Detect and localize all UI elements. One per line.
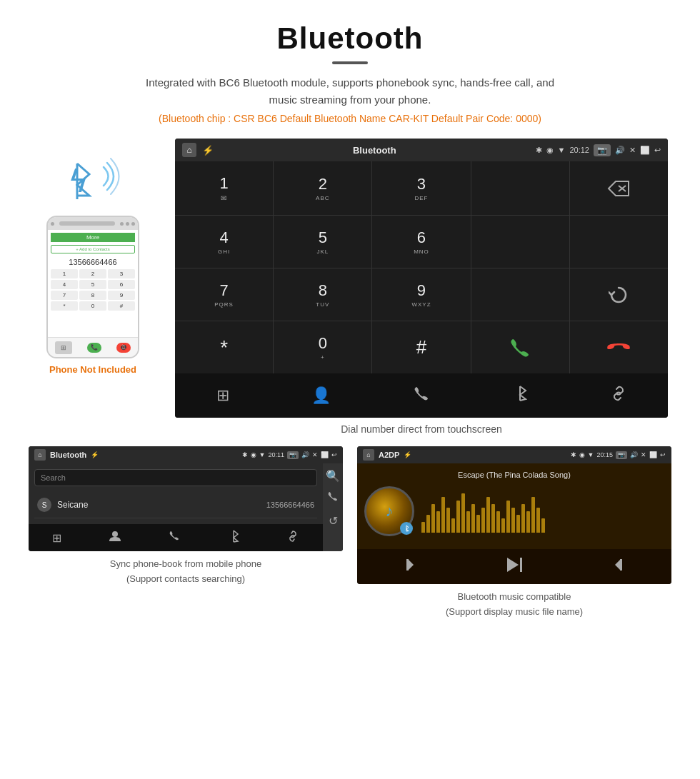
home-icon[interactable]: ⌂ [182,143,196,157]
music-time: 20:15 [596,451,613,458]
nav-contacts-icon[interactable]: 👤 [300,382,342,409]
music-note-icon: ♪ [386,502,394,521]
pb-time: 20:11 [268,451,284,458]
music-vol[interactable]: 🔊 [630,451,638,458]
music-loc-icon: ◉ [579,451,585,458]
usb-icon: ⚡ [202,145,214,156]
next-button[interactable] [606,556,624,577]
music-wifi-icon: ▼ [588,451,594,458]
prev-button[interactable] [405,556,422,577]
svg-rect-10 [406,559,409,571]
dial-key-1[interactable]: 1✉ [175,161,273,215]
call-green-button[interactable] [471,321,569,373]
page-description: Integrated with BC6 Bluetooth module, su… [136,74,564,109]
pb-nav-link[interactable] [286,530,299,546]
pb-camera[interactable]: 📷 [287,451,299,459]
contact-row[interactable]: S Seicane 13566664466 [34,492,317,518]
dial-key-2[interactable]: 2ABC [274,161,371,215]
close-icon[interactable]: ✕ [629,146,636,155]
dial-empty-2 [471,216,569,268]
music-content: Escape (The Pina Colada Song) ♪ [357,463,671,549]
dial-key-4[interactable]: 4GHI [175,216,273,268]
music-main-area: ♪ [364,486,664,536]
playpause-button[interactable] [504,556,524,577]
camera-btn[interactable]: 📷 [594,144,611,156]
phone-screen: More + Add to Contacts 13566664466 123 4… [48,230,138,337]
pb-refresh-icon[interactable]: ↺ [326,514,340,528]
pb-nav-person[interactable] [109,530,121,546]
bluetooth-illustration: ϟ [64,153,121,210]
nav-bluetooth-icon[interactable] [501,381,539,411]
music-home-icon[interactable]: ⌂ [363,449,374,461]
dial-key-0[interactable]: 0+ [274,321,371,373]
music-app-name: A2DP [379,451,399,459]
backspace-button[interactable] [570,161,668,215]
volume-icon[interactable]: 🔊 [615,146,625,155]
pb-nav-bt[interactable] [228,530,239,546]
pb-close[interactable]: ✕ [312,451,318,458]
pb-nav-phone[interactable] [168,530,181,546]
dial-key-7[interactable]: 7PQRS [175,268,273,321]
phone-call-button[interactable]: 📞 [87,343,101,353]
phone-end-button[interactable]: 📵 [116,343,131,353]
car-bottom-nav: ⊞ 👤 [175,373,668,418]
dial-caption: Dial number direct from touchscreen [341,423,502,435]
dial-key-star[interactable]: * [175,321,273,373]
dial-key-5[interactable]: 5JKL [274,216,371,268]
page-title: Bluetooth [29,21,671,56]
wifi-icon: ▼ [558,146,566,154]
phonebook-right-icons: 🔍 ↺ [323,463,343,551]
location-icon: ◉ [546,146,554,155]
nav-phone-icon[interactable] [401,381,441,411]
nav-keypad-icon[interactable]: ⊞ [205,382,241,409]
album-art-wrap: ♪ [364,486,414,536]
phone-bottom-bar: ⊞ 📞 📵 [48,337,138,357]
music-caption: Bluetooth music compatible (Support disp… [446,590,583,620]
contact-name: Seicane [57,500,266,510]
music-back[interactable]: ↩ [660,451,666,458]
dial-key-6[interactable]: 6MNO [372,216,470,268]
back-icon[interactable]: ↩ [654,146,661,155]
pb-vol[interactable]: 🔊 [301,451,309,458]
screen-icon[interactable]: ⬜ [640,146,650,155]
dial-key-hash[interactable]: # [372,321,470,373]
refresh-button[interactable] [570,268,668,321]
pb-phone-icon[interactable] [326,491,340,506]
svg-marker-2 [609,181,629,196]
dialpad: 1✉ 2ABC 3DEF 4GHI 5JKL [175,161,668,373]
music-screen-icon[interactable]: ⬜ [649,451,657,458]
dial-key-8[interactable]: 8TUV [274,268,371,321]
album-bt-badge [400,522,413,535]
page-header: Bluetooth Integrated with BC6 Bluetooth … [0,0,700,131]
pb-bt-icon: ✱ [242,451,248,458]
pb-nav-keypad[interactable]: ⊞ [52,531,61,545]
pb-usb-icon: ⚡ [91,451,99,458]
phonebook-layout: Search S Seicane 13566664466 ⊞ [29,463,343,551]
music-bt-icon: ✱ [571,451,576,458]
svg-marker-9 [408,559,414,571]
pb-screen[interactable]: ⬜ [321,451,329,458]
bt-status-icon: ✱ [536,146,542,155]
pb-wifi-icon: ▼ [259,451,266,458]
pb-home-icon[interactable]: ⌂ [34,449,46,461]
bottom-screens: ⌂ Bluetooth ⚡ ✱ ◉ ▼ 20:11 📷 🔊 ✕ ⬜ ↩ [0,435,700,634]
nav-link-icon[interactable] [599,381,639,411]
music-section: ⌂ A2DP ⚡ ✱ ◉ ▼ 20:15 📷 🔊 ✕ ⬜ ↩ Escape [357,446,671,620]
music-screen: ⌂ A2DP ⚡ ✱ ◉ ▼ 20:15 📷 🔊 ✕ ⬜ ↩ Escape [357,446,671,584]
phone-add-contact: + Add to Contacts [51,245,135,253]
dial-key-9[interactable]: 9WXYZ [372,268,470,321]
music-usb-icon: ⚡ [404,451,411,458]
dial-key-3[interactable]: 3DEF [372,161,470,215]
pb-back[interactable]: ↩ [331,451,337,458]
svg-point-6 [112,531,118,537]
pb-search-icon[interactable]: 🔍 [326,469,340,483]
phonebook-screen: ⌂ Bluetooth ⚡ ✱ ◉ ▼ 20:11 📷 🔊 ✕ ⬜ ↩ [29,446,343,551]
music-visualizer [421,490,664,533]
music-close[interactable]: ✕ [641,451,646,458]
svg-rect-12 [520,558,522,572]
call-red-button[interactable] [570,321,668,373]
search-bar[interactable]: Search [34,469,317,486]
music-status-bar: ⌂ A2DP ⚡ ✱ ◉ ▼ 20:15 📷 🔊 ✕ ⬜ ↩ [357,446,671,463]
music-camera[interactable]: 📷 [616,451,627,459]
phone-section: ϟ More + Add to Contacts 13566664466 [29,153,157,375]
